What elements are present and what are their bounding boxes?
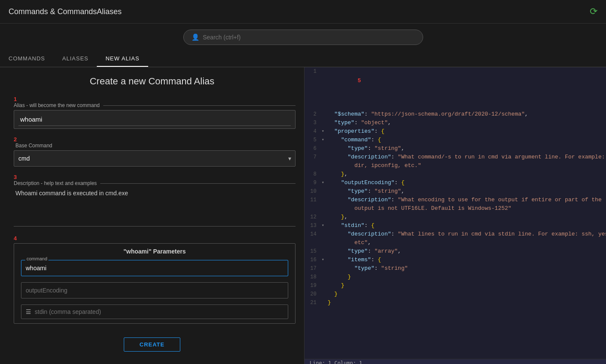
- editor-line-9: 9 ▾ "outputEncoding": {: [304, 179, 606, 187]
- editor-line-15: 15 "type": "array",: [304, 247, 606, 256]
- output-encoding-field-wrapper: [21, 282, 288, 298]
- editor-line-2: 2 "$schema": "https://json-schema.org/dr…: [304, 110, 606, 119]
- tab-aliases[interactable]: ALIASES: [54, 51, 97, 67]
- section-3-badge: 3: [14, 174, 17, 180]
- section-4-badge: 4: [14, 235, 17, 242]
- search-icon: 👤: [191, 33, 200, 41]
- base-command-section: 2 Base Command cmd powershell bash sh ▾: [9, 136, 296, 167]
- editor-line-10: 10 "type": "string",: [304, 187, 606, 196]
- editor-line-20: 20 }: [304, 290, 606, 298]
- stdin-list-icon: ☰: [26, 308, 31, 315]
- editor-line-16: 16 ▾ "items": {: [304, 256, 606, 264]
- alias-section: 1 Alias - will become the new command: [9, 95, 296, 129]
- app-icon: ⟳: [590, 6, 597, 17]
- section-1-badge: 1: [14, 96, 17, 102]
- editor-line-12: 12 },: [304, 213, 606, 221]
- base-command-label: Base Command: [14, 143, 296, 149]
- left-panel: Create a new Command Alias 1 Alias - wil…: [0, 67, 304, 364]
- page-heading: Create a new Command Alias: [9, 76, 296, 87]
- editor-line-18: 18 }: [304, 273, 606, 281]
- editor-line-13: 13 ▾ "stdin": {: [304, 221, 606, 230]
- json-editor: 1 5 2 "$schema": "https://json-schema.or…: [304, 67, 606, 364]
- editor-line-4: 4 ▾ "properties": {: [304, 127, 606, 136]
- editor-line-8: 8 },: [304, 170, 606, 179]
- editor-line-6: 6 "type": "string",: [304, 144, 606, 153]
- desc-label: Description - help text and examples: [14, 180, 97, 186]
- section-2-badge: 2: [14, 136, 17, 143]
- search-wrapper: 👤: [0, 24, 606, 51]
- editor-line-21: 21 }: [304, 298, 606, 307]
- editor-line-7b: dir, ipconfig, etc.": [304, 161, 606, 170]
- command-field-label: command: [25, 256, 48, 261]
- editor-line-14: 14 "description": "What lines to run in …: [304, 230, 606, 239]
- tab-commands[interactable]: COMMANDS: [0, 51, 54, 67]
- editor-line-17: 17 "type": "string": [304, 264, 606, 273]
- output-encoding-input[interactable]: [21, 282, 288, 298]
- editor-line-5: 5 ▾ "command": {: [304, 136, 606, 144]
- editor-line-19: 19 }: [304, 281, 606, 290]
- base-command-select[interactable]: cmd powershell bash sh: [14, 150, 296, 167]
- command-input[interactable]: [21, 260, 288, 276]
- app-title: Commands & CommandsAliases: [9, 7, 122, 16]
- search-input[interactable]: [203, 34, 415, 41]
- command-field-wrapper: command: [21, 260, 288, 276]
- stdin-input[interactable]: [35, 308, 284, 315]
- editor-status: Line: 1 Column: 1: [304, 359, 606, 364]
- create-button[interactable]: CREATE: [124, 337, 180, 352]
- description-textarea[interactable]: Whoami command is executed in cmd.exe: [14, 188, 296, 227]
- tab-bar: COMMANDS ALIASES NEW ALIAS: [0, 51, 606, 67]
- button-row: CREATE: [9, 331, 296, 355]
- stdin-row: ☰: [21, 304, 288, 319]
- header: Commands & CommandsAliases ⟳: [0, 0, 606, 24]
- params-title: "whoami" Parameters: [21, 248, 288, 255]
- main-content: Create a new Command Alias 1 Alias - wil…: [0, 67, 606, 364]
- editor-line-7: 7 "description": "What command/-s to run…: [304, 153, 606, 161]
- editor-line-11b: output is not UTF16LE. Default is Window…: [304, 204, 606, 213]
- editor-body[interactable]: 1 5 2 "$schema": "https://json-schema.or…: [304, 67, 606, 359]
- description-section: 3 Description - help text and examples W…: [9, 173, 296, 228]
- editor-line-1: 1 5: [304, 67, 606, 110]
- parameters-section: 4 "whoami" Parameters command ☰: [9, 235, 296, 324]
- editor-line-14b: etc",: [304, 239, 606, 247]
- alias-label: Alias - will become the new command: [14, 102, 100, 108]
- search-bar: 👤: [183, 30, 423, 45]
- editor-line-11: 11 "description": "What encoding to use …: [304, 196, 606, 204]
- editor-line-3: 3 "type": "object",: [304, 119, 606, 127]
- tab-new-alias[interactable]: NEW ALIAS: [97, 51, 148, 67]
- alias-input[interactable]: [18, 113, 291, 126]
